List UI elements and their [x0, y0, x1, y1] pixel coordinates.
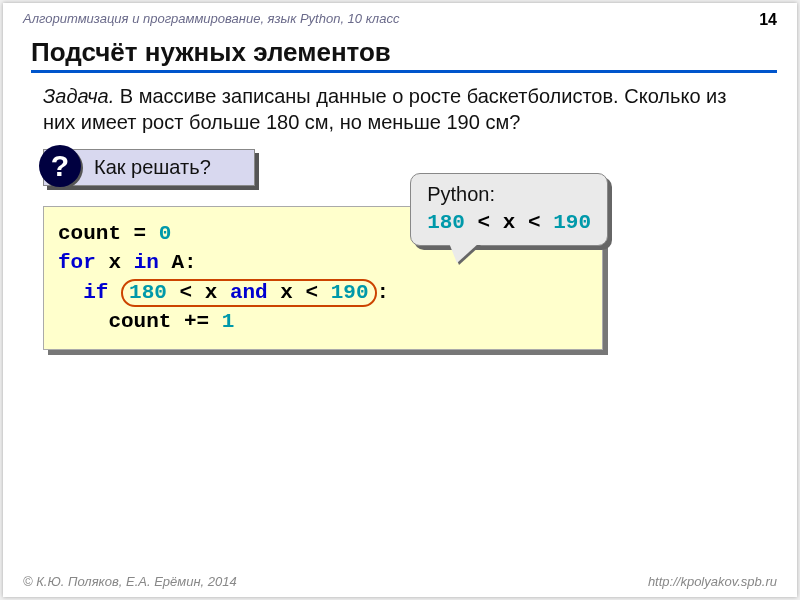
- callout-tail-icon: [449, 243, 479, 263]
- task-label: Задача.: [43, 85, 114, 107]
- code-block: Python: 180 < x < 190 count = 0 for x in…: [43, 206, 603, 350]
- python-callout: Python: 180 < x < 190: [410, 173, 608, 246]
- code-line-3: if 180 < x and x < 190:: [58, 278, 588, 307]
- footer: © К.Ю. Поляков, Е.А. Ерёмин, 2014 http:/…: [23, 574, 777, 589]
- footer-url: http://kpolyakov.spb.ru: [648, 574, 777, 589]
- question-mark-icon: ?: [39, 145, 81, 187]
- question-text: Как решать?: [94, 156, 211, 178]
- top-bar: Алгоритмизация и программирование, язык …: [3, 3, 797, 33]
- page-number: 14: [759, 11, 777, 29]
- course-label: Алгоритмизация и программирование, язык …: [23, 11, 399, 29]
- slide-title: Подсчёт нужных элементов: [31, 37, 777, 73]
- python-label: Python:: [427, 180, 591, 208]
- code-line-4: count += 1: [58, 307, 588, 336]
- task-body: В массиве записаны данные о росте баскет…: [43, 85, 726, 133]
- condition-highlight: 180 < x and x < 190: [121, 279, 376, 307]
- slide: Алгоритмизация и программирование, язык …: [3, 3, 797, 597]
- question-box: Как решать? ?: [43, 149, 255, 186]
- copyright: © К.Ю. Поляков, Е.А. Ерёмин, 2014: [23, 574, 237, 589]
- code-line-2: for x in A:: [58, 248, 588, 277]
- python-short-code: 180 < x < 190: [427, 208, 591, 237]
- task-text: Задача. В массиве записаны данные о рост…: [43, 83, 757, 135]
